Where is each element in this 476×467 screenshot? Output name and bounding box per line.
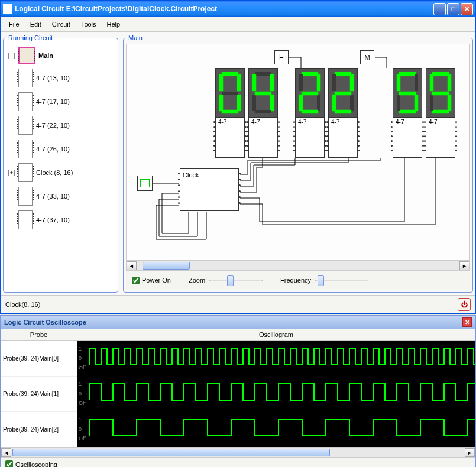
close-button[interactable]: ✕ (461, 3, 473, 15)
display-label: 4-7 (296, 118, 324, 127)
menubar: File Edit Circuit Tools Help (1, 17, 475, 32)
tree-item[interactable]: -Main (6, 46, 115, 65)
wave-label: 1 (79, 417, 82, 423)
wave-label: Off (79, 436, 86, 442)
main-canvas-panel: Main H M Clock (123, 34, 473, 293)
osc-scroll-left[interactable]: ◄ (1, 448, 11, 457)
segment-f (430, 74, 433, 91)
power-button[interactable]: ⏻ (458, 298, 471, 311)
oscillogram-header: Oscillogram (77, 329, 475, 340)
wave-label: 0 (79, 355, 82, 361)
seven-segment-display[interactable]: 4-7 (295, 68, 325, 158)
titlebar[interactable]: Logical Circuit E:\CircuitProjects\Digit… (1, 1, 475, 17)
oscilloscoping-label: Oscilloscoping (15, 461, 57, 468)
segment-e (397, 95, 400, 111)
osc-scroll-right[interactable]: ► (465, 448, 475, 457)
display-label: 4-7 (249, 118, 277, 127)
pulse-icon (140, 179, 150, 187)
tree-item[interactable]: 4-7 (13, 10) (6, 67, 115, 89)
seven-segment-display[interactable]: 4-7 (393, 68, 422, 158)
segment-a (255, 72, 271, 76)
segment-g (302, 92, 318, 95)
main-window: Logical Circuit E:\CircuitProjects\Digit… (0, 0, 476, 314)
tree-toggle-icon[interactable]: - (8, 53, 15, 59)
tree-item[interactable]: 4-7 (22, 10) (6, 115, 115, 136)
menu-file[interactable]: File (4, 20, 24, 29)
segment-a (335, 72, 351, 76)
tree-item[interactable]: 4-7 (33, 10) (6, 186, 115, 207)
circuit-icon (18, 163, 33, 182)
oscilloscope-hscroll[interactable]: ◄ ► (1, 447, 475, 458)
tree-item[interactable]: +Clock (8, 16) (6, 162, 115, 183)
clock-source[interactable] (137, 176, 153, 191)
oscilloscope-close-button[interactable]: ✕ (462, 317, 472, 327)
m-button[interactable]: M (360, 50, 374, 64)
osc-scroll-thumb[interactable] (12, 449, 330, 456)
scroll-right-button[interactable]: ► (459, 261, 469, 270)
segment-e (430, 95, 433, 111)
oscilloscope-title: Logic Circuit Oscilloscope (4, 319, 86, 326)
tree-item[interactable]: 4-7 (26, 10) (6, 138, 115, 160)
segment-c (270, 95, 274, 111)
circuit-icon (18, 69, 33, 87)
scroll-left-button[interactable]: ◄ (127, 261, 137, 270)
segment-d (335, 110, 351, 113)
frequency-label: Frequency: (280, 277, 313, 284)
canvas-hscroll[interactable]: ◄ ► (126, 261, 470, 271)
segment-b (448, 74, 451, 91)
frequency-slider[interactable] (315, 274, 368, 286)
wave-label: 0 (79, 391, 82, 397)
circuit-icon (18, 187, 33, 206)
probe-list: Probe(39, 24)Main[0]Probe(39, 24)Main[1]… (1, 341, 77, 447)
waveform (89, 377, 475, 412)
menu-edit[interactable]: Edit (25, 20, 46, 29)
seven-segment-display[interactable]: 4-7 (248, 68, 278, 158)
seven-segment-display[interactable]: 4-7 (426, 68, 455, 158)
tree-item-label: 4-7 (13, 10) (36, 74, 70, 82)
segment-d (302, 110, 318, 113)
zoom-slider[interactable] (209, 274, 263, 286)
seven-segment-display[interactable]: 4-7 (215, 68, 245, 158)
tree-item-label: Clock (8, 16) (36, 169, 73, 176)
window-title: Logical Circuit E:\CircuitProjects\Digit… (15, 5, 433, 13)
seven-segment-display[interactable]: 4-7 (328, 68, 358, 158)
wave-label: 0 (79, 426, 82, 432)
tree-item-label: 4-7 (17, 10) (36, 98, 70, 105)
statusbar: Clock(8, 16) ⏻ (1, 295, 475, 313)
power-on-checkbox[interactable] (132, 277, 140, 284)
circuit-icon (18, 92, 33, 111)
probe-row[interactable]: Probe(39, 24)Main[1] (1, 377, 77, 412)
segment-c (237, 95, 241, 111)
segment-e (299, 95, 303, 111)
segment-c (415, 95, 418, 111)
segment-d (255, 110, 271, 113)
segment-e (252, 95, 256, 111)
probe-row[interactable]: Probe(39, 24)Main[2] (1, 412, 77, 447)
oscilloscoping-checkbox[interactable] (5, 460, 13, 467)
tree-toggle-icon[interactable]: + (8, 170, 15, 176)
segment-g (335, 92, 351, 95)
segment-c (317, 95, 320, 111)
h-button[interactable]: H (274, 50, 289, 64)
segment-a (399, 72, 416, 76)
wave-label: Off (79, 365, 86, 371)
clock-component[interactable]: Clock (180, 168, 239, 211)
segment-g (255, 92, 271, 95)
oscilloscope-titlebar[interactable]: Logic Circuit Oscilloscope ✕ (1, 316, 475, 329)
minimize-button[interactable]: _ (433, 3, 446, 15)
segment-c (350, 95, 354, 111)
probe-row[interactable]: Probe(39, 24)Main[0] (1, 341, 77, 377)
menu-tools[interactable]: Tools (76, 20, 101, 29)
maximize-button[interactable]: □ (447, 3, 459, 15)
tree-item[interactable]: 4-7 (17, 10) (6, 91, 115, 112)
display-label: 4-7 (393, 118, 422, 127)
menu-help[interactable]: Help (102, 20, 125, 29)
circuit-canvas[interactable]: H M Clock (126, 44, 470, 261)
oscillogram-canvas[interactable]: 10Off10Off10Off (77, 341, 475, 447)
display-label: 4-7 (426, 118, 455, 127)
segment-g (399, 92, 416, 95)
menu-circuit[interactable]: Circuit (47, 20, 75, 29)
segment-a (432, 72, 449, 76)
tree-item[interactable]: 4-7 (37, 10) (6, 209, 115, 231)
scroll-thumb[interactable] (143, 262, 190, 270)
